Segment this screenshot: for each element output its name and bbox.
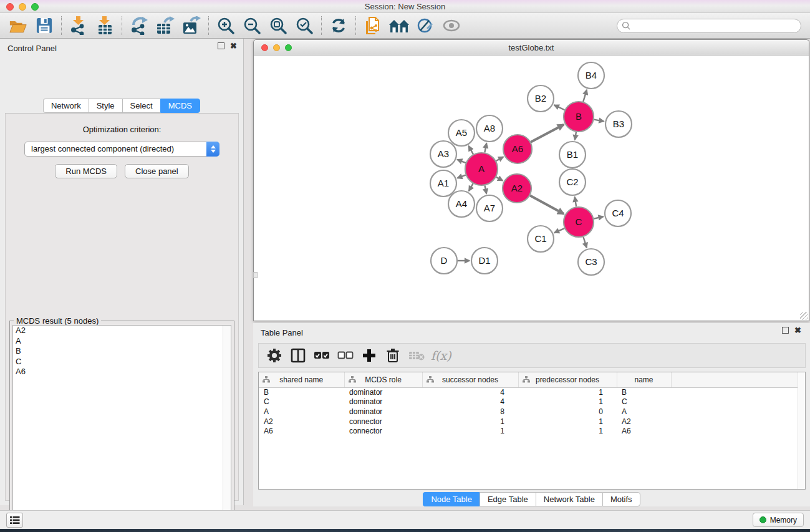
mcds-result-item[interactable]: A6 [13, 367, 231, 377]
table-cell[interactable]: 0 [518, 407, 617, 417]
table-cell[interactable]: 1 [422, 417, 518, 427]
function-builder-icon[interactable]: f(x) [431, 349, 451, 362]
select-all-button[interactable] [312, 346, 331, 365]
column-selector-button[interactable] [289, 346, 307, 365]
tab-network[interactable]: Network [43, 99, 89, 113]
table-row[interactable]: A2connector11A2 [259, 417, 805, 427]
mcds-result-item[interactable]: A2 [13, 326, 231, 336]
column-header-shared-name[interactable]: shared name [259, 372, 344, 387]
graph-edge[interactable] [583, 90, 587, 102]
resize-grip-icon[interactable] [800, 312, 808, 320]
graph-edge[interactable] [575, 132, 576, 140]
delete-table-button[interactable] [407, 346, 426, 365]
table-cell[interactable]: A2 [617, 417, 671, 427]
network-canvas[interactable]: B4B2BB3A5A8A6B1A3AC2A1A2A4A7C4CC1C3DD1 [254, 56, 809, 321]
refresh-button[interactable] [325, 15, 352, 36]
table-cell[interactable]: 1 [518, 397, 617, 407]
graph-edge[interactable] [531, 125, 564, 142]
table-cell[interactable]: 1 [518, 426, 617, 436]
graph-edge[interactable] [457, 175, 465, 178]
graph-edge[interactable] [496, 157, 504, 161]
table-cell[interactable]: 8 [422, 407, 518, 417]
table-cell[interactable]: A [259, 407, 344, 417]
float-panel-icon[interactable] [218, 42, 224, 49]
graph-edge[interactable] [485, 143, 486, 153]
hide-labels-button[interactable] [412, 15, 438, 36]
graph-edge[interactable] [575, 197, 576, 207]
table-cell[interactable]: dominator [344, 387, 422, 397]
tab-style[interactable]: Style [89, 99, 122, 113]
graph-edge[interactable] [469, 183, 473, 191]
column-header-name[interactable]: name [617, 372, 671, 387]
float-panel-icon[interactable] [782, 327, 789, 334]
export-image-button[interactable] [178, 15, 205, 36]
save-session-button[interactable] [31, 15, 57, 36]
close-panel-icon[interactable]: ✖ [230, 42, 237, 49]
splitter-handle[interactable] [253, 272, 258, 278]
table-cell[interactable]: 1 [518, 417, 617, 427]
optimization-criterion-select[interactable]: largest connected component (directed) [24, 142, 219, 157]
table-cell[interactable]: 1 [422, 426, 518, 436]
export-table-button[interactable] [152, 15, 178, 36]
graph-edge[interactable] [594, 120, 604, 122]
table-row[interactable]: Bdominator41B [259, 387, 805, 397]
mcds-result-item[interactable]: C [13, 357, 231, 367]
table-cell[interactable]: A6 [259, 426, 344, 436]
eye-button[interactable] [438, 15, 465, 36]
mcds-result-item[interactable]: A [13, 336, 231, 347]
table-cell[interactable]: connector [344, 426, 422, 436]
export-network-button[interactable] [126, 15, 152, 36]
column-header-mcds-role[interactable]: MCDS role [344, 372, 422, 387]
graph-edge[interactable] [457, 160, 466, 163]
add-column-button[interactable] [360, 346, 378, 365]
graph-edge[interactable] [554, 228, 564, 233]
table-cell[interactable]: 1 [518, 387, 617, 397]
graph-edge[interactable] [594, 216, 603, 218]
open-file-button[interactable] [5, 15, 31, 36]
table-cell[interactable]: B [617, 387, 671, 397]
memory-button[interactable]: Memory [753, 513, 804, 527]
houses-button[interactable] [386, 15, 412, 36]
column-header-predecessor-nodes[interactable]: predecessor nodes [518, 372, 617, 387]
close-panel-button[interactable]: Close panel [125, 164, 189, 178]
tab-edge-table[interactable]: Edge Table [480, 492, 536, 506]
result-scrollbar[interactable] [223, 326, 231, 529]
import-network-button[interactable] [65, 15, 92, 36]
tab-network-table[interactable]: Network Table [536, 492, 602, 506]
table-row[interactable]: Adominator80A [259, 407, 805, 417]
import-table-button[interactable] [92, 15, 118, 36]
table-cell[interactable]: connector [344, 417, 422, 427]
table-cell[interactable]: B [259, 387, 344, 397]
network-window-titlebar[interactable]: testGlobe.txt [254, 40, 809, 56]
graph-edge[interactable] [469, 146, 473, 154]
zoom-fit-button[interactable] [265, 15, 291, 36]
clone-network-button[interactable] [360, 15, 386, 36]
search-input[interactable] [617, 19, 801, 33]
column-header-successor-nodes[interactable]: successor nodes [422, 372, 518, 387]
tab-select[interactable]: Select [122, 99, 160, 113]
deselect-all-button[interactable] [336, 346, 355, 365]
task-history-button[interactable] [6, 513, 23, 528]
tab-motifs[interactable]: Motifs [602, 492, 640, 506]
mcds-result-item[interactable]: B [13, 346, 231, 357]
table-cell[interactable]: C [259, 397, 344, 407]
table-cell[interactable]: 4 [422, 397, 518, 407]
tab-node-table[interactable]: Node Table [423, 492, 480, 506]
table-cell[interactable]: dominator [344, 397, 422, 407]
table-cell[interactable]: A [617, 407, 671, 417]
table-cell[interactable]: C [617, 397, 671, 407]
delete-column-button[interactable] [383, 346, 402, 365]
graph-edge[interactable] [530, 195, 564, 214]
table-scrollbar[interactable] [798, 372, 805, 489]
zoom-selected-button[interactable] [291, 15, 317, 36]
graph-edge[interactable] [496, 177, 503, 181]
table-cell[interactable]: A2 [259, 417, 344, 427]
graph-edge[interactable] [583, 237, 586, 248]
zoom-out-button[interactable] [239, 15, 265, 36]
table-cell[interactable]: 4 [422, 387, 518, 397]
run-mcds-button[interactable]: Run MCDS [55, 164, 117, 178]
zoom-in-button[interactable] [213, 15, 239, 36]
table-row[interactable]: A6connector11A6 [259, 426, 805, 436]
table-cell[interactable]: dominator [344, 407, 422, 417]
tab-mcds[interactable]: MCDS [160, 99, 200, 113]
